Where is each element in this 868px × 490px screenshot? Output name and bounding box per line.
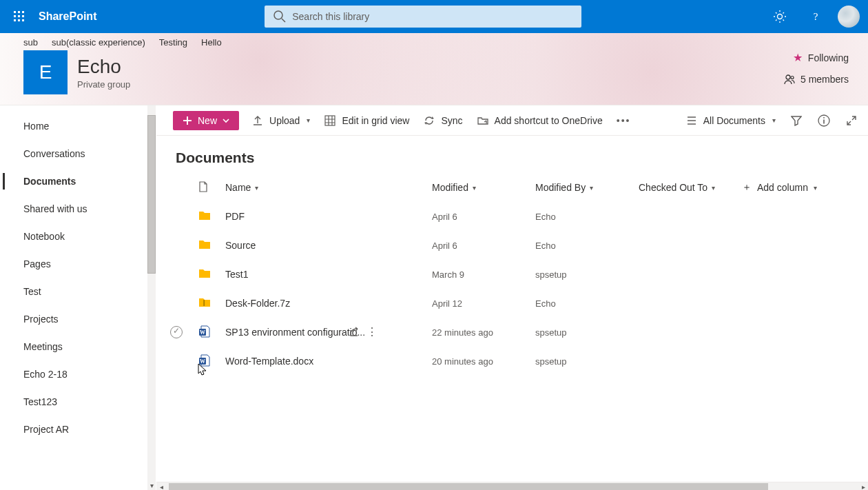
site-header: sub sub(classic experience) Testing Hell… (0, 33, 868, 105)
hscroll-thumb[interactable] (169, 483, 768, 490)
svg-text:W: W (200, 358, 205, 365)
sidebar-item[interactable]: Conversations (0, 140, 156, 167)
svg-rect-7 (18, 19, 20, 21)
sidebar-item[interactable]: Project AR (0, 416, 156, 443)
more-button[interactable]: ••• (615, 112, 632, 129)
site-title[interactable]: Echo (77, 56, 130, 78)
sidebar-item[interactable]: Echo 2-18 (0, 360, 156, 388)
ellipsis-icon: ••• (617, 115, 631, 126)
user-avatar[interactable] (838, 6, 860, 28)
table-header: Name▾ Modified▾ Modified By▾ Checked Out… (156, 173, 868, 202)
follow-button[interactable]: ★ Following (793, 51, 849, 64)
sidebar-item[interactable]: Projects (0, 305, 156, 333)
modified-by-cell: spsetup (535, 356, 639, 367)
topnav-item[interactable]: Testing (159, 37, 187, 48)
topnav-item[interactable]: sub (23, 37, 38, 48)
info-button[interactable] (816, 112, 832, 129)
star-icon: ★ (793, 51, 803, 64)
edit-grid-label: Edit in grid view (342, 115, 409, 126)
svg-rect-6 (14, 19, 16, 21)
table-row[interactable]: WSP13 environment configuratio...⋮22 min… (156, 318, 868, 347)
word-file-icon: W (198, 325, 211, 338)
file-name: Word-Template.docx (225, 356, 313, 367)
topnav-item[interactable]: Hello (201, 37, 222, 48)
column-header-modified-by[interactable]: Modified By▾ (535, 182, 639, 193)
chevron-down-icon: ▾ (814, 184, 817, 192)
leftnav-scroll-down[interactable]: ▾ (147, 480, 156, 490)
filetype-column-icon[interactable] (198, 181, 209, 192)
table-row[interactable]: PDF⋮April 6Echo (156, 202, 868, 231)
list-view-icon (685, 114, 698, 127)
app-launcher-button[interactable] (6, 3, 33, 30)
svg-rect-17 (823, 117, 825, 119)
modified-cell: April 6 (432, 241, 535, 251)
file-name: PDF (225, 211, 245, 222)
upload-label: Upload (269, 115, 300, 126)
svg-line-10 (282, 19, 285, 22)
svg-rect-5 (22, 15, 24, 17)
sidebar-item[interactable]: Documents (0, 167, 156, 195)
hscroll-right[interactable]: ▸ (858, 482, 868, 490)
suite-right: ? (763, 0, 862, 33)
view-selector[interactable]: All Documents ▾ (684, 112, 777, 130)
topnav-item[interactable]: sub(classic experience) (52, 37, 145, 48)
info-icon (818, 114, 830, 127)
table-row[interactable]: Desk-Folder.7z⋮April 12Echo (156, 289, 868, 318)
svg-text:?: ? (814, 11, 818, 22)
folder-icon (198, 209, 211, 223)
plus-icon (183, 116, 192, 125)
hscroll-left[interactable]: ◂ (156, 482, 166, 490)
help-button[interactable]: ? (799, 0, 832, 33)
new-button[interactable]: New (173, 111, 239, 130)
sidebar-item[interactable]: Test (0, 278, 156, 305)
column-header-modified[interactable]: Modified▾ (432, 182, 535, 193)
follow-label: Following (808, 52, 849, 63)
expand-icon (846, 115, 857, 126)
column-header-name[interactable]: Name▾ (225, 182, 432, 193)
suite-bar: SharePoint ? (0, 0, 868, 33)
chevron-down-icon: ▾ (772, 116, 776, 124)
modified-by-cell: spsetup (535, 269, 639, 280)
share-icon[interactable] (349, 327, 360, 338)
svg-rect-2 (22, 11, 24, 13)
expand-button[interactable] (843, 112, 860, 129)
sidebar-item[interactable]: Shared with us (0, 195, 156, 223)
file-name: SP13 environment configuratio... (225, 327, 365, 338)
plus-icon: ＋ (742, 181, 752, 194)
search-icon (273, 10, 287, 23)
upload-icon (251, 114, 264, 127)
table-row[interactable]: WWord-Template.docx⋮20 minutes agospsetu… (156, 347, 868, 376)
sidebar-item[interactable]: Notebook (0, 223, 156, 250)
row-select[interactable] (170, 326, 183, 338)
modified-cell: 20 minutes ago (432, 356, 535, 367)
shortcut-label: Add shortcut to OneDrive (495, 115, 603, 126)
add-column-button[interactable]: ＋ Add column ▾ (742, 181, 868, 194)
svg-rect-4 (18, 15, 20, 17)
members-icon (784, 74, 795, 85)
table-row[interactable]: Source⋮April 6Echo (156, 231, 868, 260)
modified-cell: 22 minutes ago (432, 327, 535, 338)
sidebar-item[interactable]: Pages (0, 250, 156, 278)
content-area: New Upload ▾ Edit in grid view (156, 105, 868, 490)
site-logo[interactable]: E (23, 50, 68, 94)
waffle-icon (14, 11, 25, 22)
sidebar-item[interactable]: Test123 (0, 388, 156, 416)
filter-button[interactable] (788, 112, 805, 129)
members-button[interactable]: 5 members (784, 74, 849, 85)
grid-icon (324, 114, 336, 127)
table-row[interactable]: Test1⋮March 9spsetup (156, 260, 868, 289)
chevron-down-icon (223, 117, 229, 124)
settings-button[interactable] (763, 0, 796, 33)
modified-by-cell: Echo (535, 298, 639, 309)
search-input[interactable] (265, 6, 581, 28)
word-file-icon: W (198, 354, 211, 367)
brand-label[interactable]: SharePoint (39, 10, 96, 23)
sync-button[interactable]: Sync (422, 112, 464, 130)
modified-by-cell: Echo (535, 241, 639, 251)
upload-button[interactable]: Upload ▾ (250, 112, 311, 130)
sidebar-item[interactable]: Meetings (0, 333, 156, 360)
shortcut-button[interactable]: Add shortcut to OneDrive (475, 112, 604, 130)
sidebar-item[interactable]: Home (0, 112, 156, 140)
edit-grid-button[interactable]: Edit in grid view (322, 112, 411, 130)
column-header-checked-out[interactable]: Checked Out To▾ (639, 182, 742, 193)
